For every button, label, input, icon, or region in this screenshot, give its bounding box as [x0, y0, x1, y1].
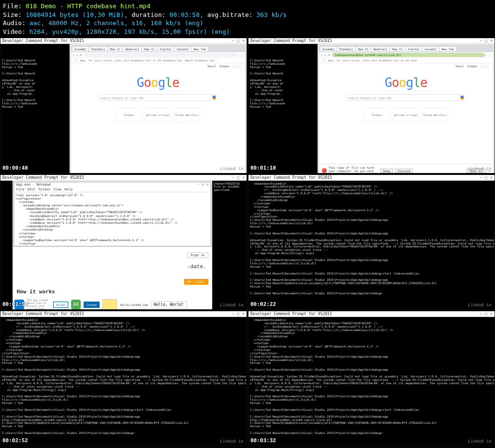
folder-icon	[102, 299, 117, 310]
browser-tab[interactable]: How t|	[142, 47, 157, 51]
thumb-3: Developer Command Prompt for VS2015—□× A…	[0, 174, 247, 310]
browser-tab[interactable]: New Tab	[440, 47, 456, 51]
browser-tab[interactable]: zinash|	[175, 47, 190, 51]
google-home: Google Search Google or type URL Dropbox…	[71, 69, 245, 173]
browser-tab[interactable]: How t|	[356, 47, 371, 51]
quick-card[interactable]: Dropbox	[364, 108, 390, 122]
browser-tab[interactable]: rcoste|	[158, 47, 174, 51]
quick-card[interactable]: Chrome Web Store	[174, 108, 200, 122]
browser-tab[interactable]: Standal|	[337, 47, 355, 51]
allow-button[interactable]: Allow	[53, 302, 68, 308]
quick-card[interactable]: Welcome to Goog|	[393, 108, 419, 122]
file-metadata: File: 018 Demo - HTTP codebase hint.mp4 …	[0, 0, 495, 38]
browser-tab[interactable]: zinash|	[422, 47, 438, 51]
browser-tab[interactable]: Redirec|	[371, 47, 389, 51]
menu-item[interactable]: File	[16, 188, 24, 191]
notepad-window: App.exe - Notepad—□× FileEditFormatViewH…	[14, 182, 211, 247]
signin-button[interactable]: Sign in	[187, 252, 208, 258]
terminal-left[interactable]: C:\Users\Ted Neward file:///c:/tedsassem…	[248, 44, 318, 173]
menu-item[interactable]: Format	[38, 188, 50, 191]
google-logo: Google	[137, 75, 179, 90]
thumbnail-grid: Developer Command Prompt for VS2015—□× C…	[0, 38, 495, 446]
browser-tab[interactable]: Assemb|	[320, 47, 336, 51]
browser-tab[interactable]: Assemb|	[73, 47, 88, 51]
quick-card[interactable]: Chrome Web Store	[422, 108, 448, 122]
bookmark-bar[interactable]: ⋮⋮ Apps For quick access, place your boo…	[71, 58, 245, 63]
thumb-2: Developer Command Prompt for VS2015—□× C…	[248, 38, 495, 173]
browser-tab[interactable]: Redirec|	[123, 47, 141, 51]
browser-tab[interactable]: New Tab	[192, 47, 208, 51]
notepad-body[interactable]: <?xml version="1.0" encoding="utf-8" ?> …	[14, 192, 210, 246]
chrome-window: Assemb|Standal|How t|Redirec|How t|rcost…	[71, 45, 246, 173]
browser-tab[interactable]: rcoste|	[406, 47, 422, 51]
thumb-5: Developer Command Prompt for VS2015—□× <…	[0, 311, 247, 446]
thumb-6: Developer Command Prompt for VS2015—□× <…	[248, 311, 495, 446]
site44-icon: 44	[71, 300, 81, 309]
create-button[interactable]: Create	[84, 302, 100, 308]
timestamp: 00:00:40	[2, 165, 28, 171]
quick-card[interactable]: Dropbox	[116, 108, 142, 122]
download-warning: ! This type of file can harm your comput…	[319, 164, 493, 173]
mic-icon[interactable]	[213, 96, 216, 100]
menu-item[interactable]: View	[53, 188, 61, 191]
terminal[interactable]: <dependentAssembly> <assemblyIdentity na…	[248, 317, 495, 446]
browser-tab[interactable]: How t|	[108, 47, 123, 51]
discard-button[interactable]: Discard	[395, 169, 413, 173]
menu-item[interactable]: Help	[64, 188, 73, 191]
browser-tab[interactable]: Standal|	[89, 47, 107, 51]
notepad-menu[interactable]: FileEditFormatViewHelp	[14, 187, 210, 192]
terminal[interactable]: <dependentAssembly> <assemblyIdentity na…	[248, 181, 495, 310]
hello-world: Hello, World!	[151, 301, 187, 308]
keep-button[interactable]: Keep	[380, 169, 393, 173]
thumb-1: Developer Command Prompt for VS2015—□× C…	[0, 38, 247, 173]
search-input[interactable]: Search Google or type URL	[97, 94, 219, 101]
browser-tab[interactable]: How t|	[390, 47, 405, 51]
warning-icon: !	[322, 168, 327, 173]
address-bar[interactable]: ← → ⟳ ☆ ⋮	[71, 52, 245, 58]
menu-item[interactable]: Edit	[27, 188, 35, 191]
address-bar[interactable]: ← → ⟳tednewardsandbox.site44.com/v1/Lib.…	[319, 52, 493, 58]
terminal-left[interactable]: C:\Users\Ted Neward file:///c:/tedsassem…	[0, 44, 70, 173]
terminal[interactable]: <dependentAssembly> <assemblyIdentity na…	[0, 317, 247, 446]
quick-card[interactable]: Welcome to Goog|	[145, 108, 171, 122]
browser-tabs[interactable]: Assemb|Standal|How t|Redirec|How t|rcost…	[71, 45, 245, 52]
trial-button[interactable]: ee trial!	[184, 279, 208, 285]
cmd-titlebar: Developer Command Prompt for VS2015—□×	[0, 38, 247, 44]
thumb-4: Developer Command Prompt for VS2015—□× <…	[248, 174, 495, 310]
